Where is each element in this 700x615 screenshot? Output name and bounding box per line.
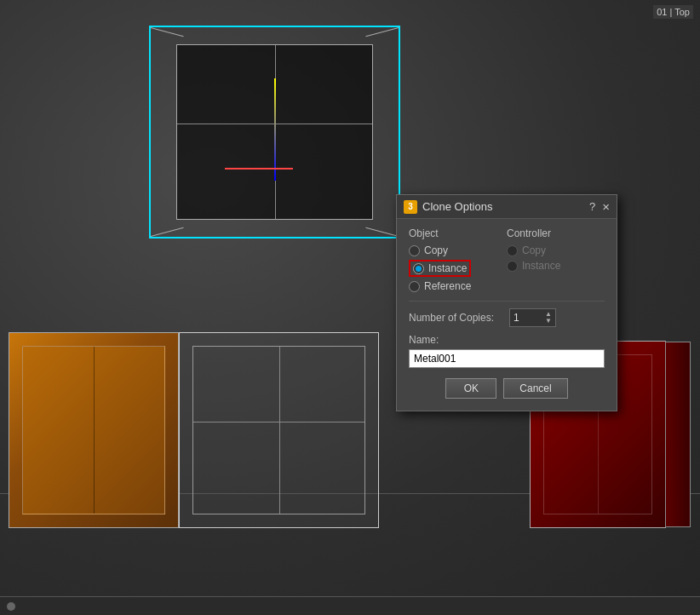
cabinet-wire-h <box>193 422 364 422</box>
cabinet-red-side <box>665 342 691 527</box>
controller-copy-radio-outer <box>507 245 518 256</box>
controller-column: Controller Copy Instance <box>507 227 605 292</box>
object-copy-label: Copy <box>424 244 448 256</box>
cabinet-brown-divider <box>94 347 95 514</box>
copies-down-arrow[interactable]: ▼ <box>545 318 552 325</box>
dialog-buttons: OK Cancel <box>409 378 605 402</box>
persp-line-bl <box>151 227 184 237</box>
object-instance-radio[interactable]: Instance <box>409 260 507 277</box>
dialog-app-icon: 3 <box>404 200 417 214</box>
ok-button[interactable]: OK <box>445 378 496 399</box>
dialog-close-button[interactable]: × <box>602 200 610 213</box>
cabinet-brown <box>9 332 179 528</box>
controller-header: Controller <box>507 227 605 239</box>
copies-value: 1 <box>514 312 519 324</box>
status-dot <box>7 602 15 611</box>
axis-x <box>225 168 293 170</box>
cabinet-brown-inner <box>22 346 165 514</box>
clone-options-dialog: 3 Clone Options ? × Object Copy <box>396 194 617 411</box>
object-reference-label: Reference <box>424 280 471 292</box>
axis-y <box>274 78 276 181</box>
object-reference-radio-outer <box>409 281 420 292</box>
viewport-label: 01 | Top <box>653 5 693 19</box>
persp-line-br <box>365 227 399 237</box>
object-reference-radio[interactable]: Reference <box>409 280 507 292</box>
persp-line-tl <box>151 27 184 37</box>
controller-instance-radio-outer <box>507 261 518 272</box>
object-column: Object Copy Instance <box>409 227 507 292</box>
controller-instance-radio: Instance <box>507 260 605 272</box>
dialog-titlebar-actions: ? × <box>589 200 610 213</box>
cabinet-wire <box>179 332 379 528</box>
persp-line-tr <box>365 27 399 37</box>
object-header: Object <box>409 227 507 239</box>
controller-instance-label: Instance <box>522 260 560 272</box>
copies-arrows: ▲ ▼ <box>545 311 552 325</box>
dialog-body: Object Copy Instance <box>397 219 617 411</box>
dialog-title-left: 3 Clone Options <box>404 200 492 214</box>
cancel-button[interactable]: Cancel <box>503 378 567 399</box>
name-label: Name: <box>409 334 605 346</box>
dialog-columns: Object Copy Instance <box>409 227 605 292</box>
status-bar <box>0 596 700 615</box>
dialog-help-button[interactable]: ? <box>589 200 595 213</box>
name-row: Name: <box>409 334 605 368</box>
dialog-titlebar: 3 Clone Options ? × <box>397 195 617 219</box>
name-input[interactable] <box>409 349 605 368</box>
controller-copy-radio: Copy <box>507 244 605 256</box>
selected-object <box>149 26 400 239</box>
controller-copy-label: Copy <box>522 244 546 256</box>
divider-1 <box>409 301 605 302</box>
object-instance-radio-inner <box>416 266 422 272</box>
copies-row: Number of Copies: 1 ▲ ▼ <box>409 308 605 327</box>
object-copy-radio-outer <box>409 245 420 256</box>
object-instance-radio-outer <box>413 263 424 274</box>
instance-highlight-box: Instance <box>409 260 471 277</box>
object-instance-label: Instance <box>428 262 467 274</box>
dialog-title: Clone Options <box>422 200 492 213</box>
copies-label: Number of Copies: <box>409 312 502 324</box>
object-copy-radio[interactable]: Copy <box>409 244 507 256</box>
cabinet-wire-divider <box>279 347 280 514</box>
copies-spinbox[interactable]: 1 ▲ ▼ <box>509 308 556 327</box>
controller-radio-group: Copy Instance <box>507 244 605 272</box>
object-radio-group: Copy Instance Referenc <box>409 244 507 292</box>
cabinet-wire-inner <box>192 346 365 514</box>
